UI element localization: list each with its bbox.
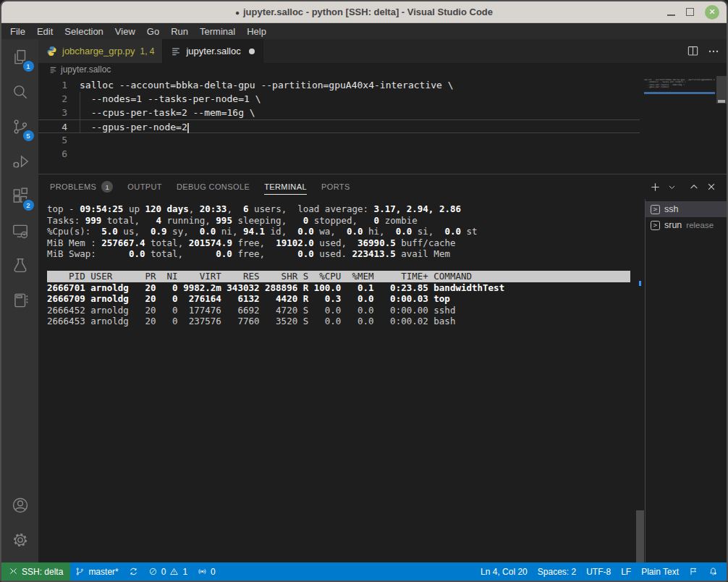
minimize-button[interactable] [667,8,675,16]
panel-tab-problems[interactable]: PROBLEMS1 [50,174,113,199]
account-icon[interactable] [3,489,38,522]
code-line-4: 4 --gpus-per-node=2 [38,119,640,133]
search-icon[interactable] [3,75,38,109]
more-actions-icon[interactable] [708,46,719,57]
tab-jupyter-salloc[interactable]: jupyter.salloc [163,39,263,63]
code-line-2: 2 --nodes=1 --tasks-per-node=1 \ [38,92,640,106]
remote-indicator[interactable]: SSH: delta [1,562,70,581]
extensions-icon[interactable]: 2 [3,180,38,213]
maximize-button[interactable] [686,8,694,16]
terminal-tab-label: ssh [664,204,678,214]
panel-tab-terminal[interactable]: TERMINAL [264,174,307,199]
problems-badge: 1 [101,181,113,193]
panel-tab-label: TERMINAL [264,182,307,191]
editor-scrollbar[interactable] [716,76,727,174]
text-cursor [187,123,189,133]
maximize-panel-icon[interactable] [689,182,699,192]
menu-selection[interactable]: Selection [59,26,109,37]
tab-label: jobcharge_grp.py [62,46,135,56]
line-number: 6 [38,147,67,161]
source-control-badge: 5 [23,130,34,141]
notebook-icon[interactable] [3,284,38,317]
line-number: 2 [38,92,67,106]
run-and-debug-icon[interactable] [3,145,38,178]
menu-terminal[interactable]: Terminal [194,26,241,37]
panel: PROBLEMS1OUTPUTDEBUG CONSOLETERMINALPORT… [38,174,727,562]
file-lines-icon [171,46,181,56]
error-count: 0 [161,567,166,577]
feedback-status[interactable] [684,562,703,581]
encoding-status[interactable]: UTF-8 [581,562,616,581]
panel-tab-label: PORTS [321,182,350,191]
menu-edit[interactable]: Edit [31,26,59,37]
source-control-icon[interactable]: 5 [3,110,38,143]
terminal-tabs-list: >ssh>srunrelease [645,199,727,562]
indent-guide [80,92,80,106]
menu-go[interactable]: Go [141,26,165,37]
settings-gear-icon[interactable] [3,523,38,557]
line-number: 4 [38,120,67,132]
minimap[interactable]: salloc --account=bbka-delta-gpu --partit… [644,79,715,94]
editor-group: jobcharge_grp.py 1, 4 jupyter.salloc [38,39,727,174]
close-button[interactable]: ✕ [705,5,719,20]
line-number: 3 [38,106,67,119]
code-rows: 1salloc --account=bbka-delta-gpu --parti… [38,76,727,161]
terminal-tab-srun[interactable]: >srunrelease [646,217,727,233]
modified-dot-icon[interactable] [249,48,255,54]
cursor-position-status[interactable]: Ln 4, Col 20 [475,562,533,581]
activity-bar: 1 5 2 [1,39,38,562]
warnings-icon [169,567,179,576]
process-row: 2666701 arnoldg 20 0 9982.2m 343032 2888… [47,282,645,294]
panel-tab-debug-console[interactable]: DEBUG CONSOLE [177,174,250,199]
code-editor[interactable]: 1salloc --account=bbka-delta-gpu --parti… [38,76,727,174]
git-branch-status[interactable]: master* [70,562,123,581]
code-line-1: 1salloc --account=bbka-delta-gpu --parti… [38,78,640,92]
remote-explorer-icon[interactable] [3,214,38,248]
terminal[interactable]: top - 09:54:25 up 120 days, 20:33, 6 use… [38,199,645,562]
menu-file[interactable]: File [4,26,31,37]
terminal-tab-ssh[interactable]: >ssh [646,201,727,217]
new-terminal-icon[interactable] [650,182,661,193]
menu-view[interactable]: View [109,26,141,37]
feedback-flag-icon [689,567,698,576]
menubar: FileEditSelectionViewGoRunTerminalHelp [1,23,727,39]
panel-tab-label: PROBLEMS [50,182,96,191]
ports-count: 0 [211,567,216,577]
sync-status[interactable] [124,562,143,581]
minimap-current-line [644,92,715,94]
tab-bar: jobcharge_grp.py 1, 4 jupyter.salloc [38,39,727,63]
testing-icon[interactable] [3,249,38,282]
panel-tab-bar: PROBLEMS1OUTPUTDEBUG CONSOLETERMINALPORT… [38,174,727,199]
menu-help[interactable]: Help [241,26,272,37]
breadcrumb[interactable]: jupyter.salloc [38,63,727,76]
tab-jobcharge-grp-py[interactable]: jobcharge_grp.py 1, 4 [38,39,163,63]
file-lines-icon [49,66,57,74]
terminal-scrollbar[interactable] [635,199,645,562]
split-editor-icon[interactable] [687,45,699,57]
broadcast-icon [198,567,207,576]
breadcrumb-item[interactable]: jupyter.salloc [61,64,111,75]
line-number: 5 [38,133,67,147]
panel-tab-ports[interactable]: PORTS [321,174,350,199]
indentation-status[interactable]: Spaces: 2 [533,562,581,581]
terminal-tab-label: srun [664,220,682,230]
terminal-line: %Cpu(s): 5.0 us, 0.9 sy, 0.0 ni, 94.1 id… [47,226,645,237]
ports-status[interactable]: 0 [192,562,221,581]
terminal-picker-chevron-icon[interactable] [668,183,676,191]
indent-guide [80,120,80,132]
code-line-text: salloc --account=bbka-delta-gpu --partit… [80,78,454,92]
eol-status[interactable]: LF [616,562,636,581]
terminal-prompt-icon: > [651,205,660,214]
menu-run[interactable]: Run [165,26,194,37]
close-panel-icon[interactable] [706,182,716,192]
code-line-text: --nodes=1 --tasks-per-node=1 \ [80,92,261,106]
panel-tab-output[interactable]: OUTPUT [127,174,162,199]
code-line-text: --cpus-per-task=2 --mem=16g \ [80,106,255,119]
explorer-icon[interactable]: 1 [3,41,38,74]
notifications-status[interactable] [703,562,727,581]
terminal-output: top - 09:54:25 up 120 days, 20:33, 6 use… [47,203,645,327]
terminal-scrollbar-thumb[interactable] [636,510,644,562]
panel-tab-label: DEBUG CONSOLE [177,182,250,191]
language-mode-status[interactable]: Plain Text [636,562,684,581]
problems-status[interactable]: 0 1 [143,562,192,581]
